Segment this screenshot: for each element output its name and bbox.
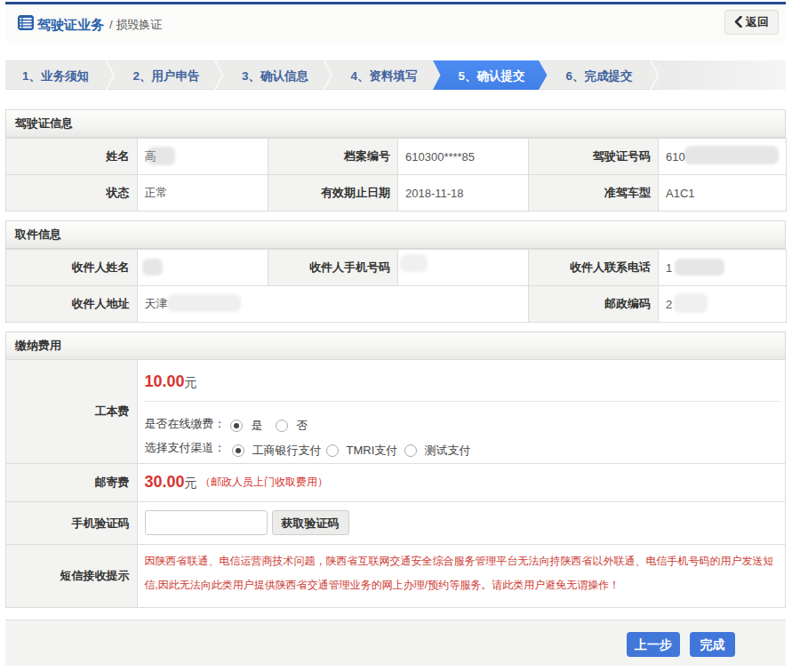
svg-text:4、资料填写: 4、资料填写 xyxy=(350,69,417,83)
svg-text:6、完成提交: 6、完成提交 xyxy=(565,69,633,83)
svg-text:1、业务须知: 1、业务须知 xyxy=(22,69,89,83)
svg-text:5、确认提交: 5、确认提交 xyxy=(458,69,525,83)
svg-text:2、用户申告: 2、用户申告 xyxy=(132,68,200,83)
svg-text:3、确认信息: 3、确认信息 xyxy=(242,69,309,83)
